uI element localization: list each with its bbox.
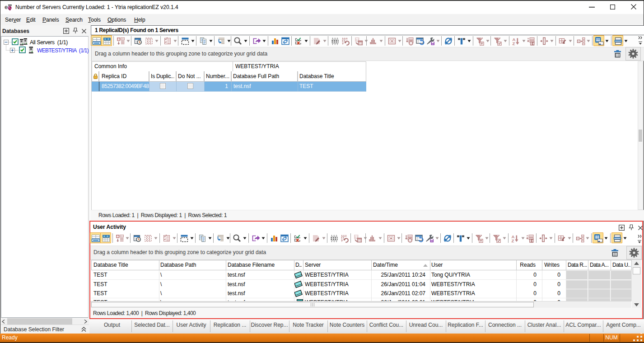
svg-text:e: e <box>5 4 8 10</box>
svg-text:Z: Z <box>512 238 514 243</box>
svg-text:Z: Z <box>513 41 515 46</box>
